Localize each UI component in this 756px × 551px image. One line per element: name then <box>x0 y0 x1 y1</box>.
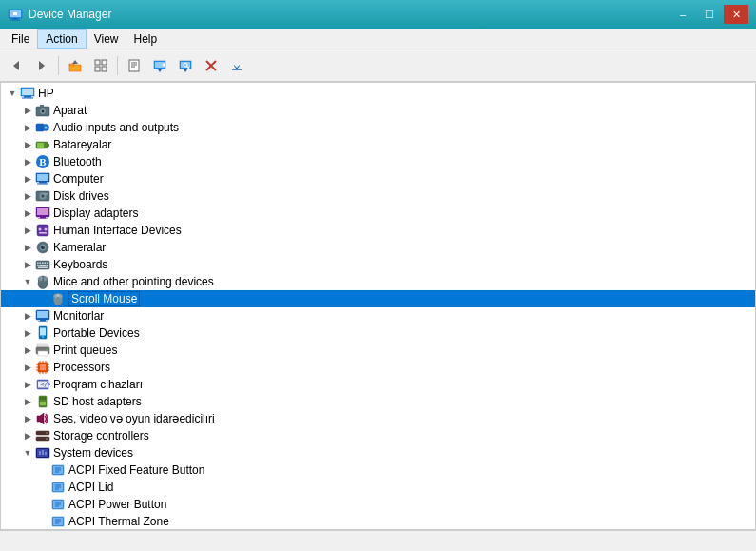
tree-item-sd[interactable]: ▶ SD host adapters <box>1 393 755 410</box>
tree-item-proqram[interactable]: ▶ </> Proqram cihazları <box>1 376 755 393</box>
toolbar-back[interactable] <box>4 53 29 78</box>
tree-item-aparat[interactable]: ▶ Aparat <box>1 102 755 119</box>
svg-marker-29 <box>234 61 240 69</box>
toolbar-scan[interactable] <box>173 53 198 78</box>
svg-rect-43 <box>48 144 49 147</box>
tree-item-sound[interactable]: ▶ Səs, video və oyun idarəedicilıri <box>1 410 755 427</box>
tree-item-storage[interactable]: ▶ Storage controllers <box>1 427 755 444</box>
svg-rect-56 <box>37 208 48 215</box>
toolbar-show[interactable] <box>88 53 113 78</box>
maximize-button[interactable]: ☐ <box>697 5 722 24</box>
svg-rect-8 <box>69 64 74 66</box>
tree-item-keyboard[interactable]: ▶ Keyboards <box>1 256 755 273</box>
tree-item-acpipower[interactable]: ACPI Power Button <box>1 496 755 513</box>
menu-view[interactable]: View <box>87 29 126 49</box>
expand-bluetooth[interactable]: ▶ <box>20 154 35 169</box>
toolbar-properties[interactable] <box>122 53 146 78</box>
title-bar: Device Manager – ☐ ✕ <box>0 0 756 29</box>
tree-item-printqueue[interactable]: ▶ Print queues <box>1 342 755 359</box>
toolbar-download[interactable] <box>224 53 249 78</box>
tree-item-disk[interactable]: ▶ Disk drives <box>1 187 755 205</box>
device-tree[interactable]: ▼ HP ▶ Aparat <box>0 82 756 530</box>
svg-point-53 <box>42 195 45 198</box>
battery-label: Batareyalar <box>53 138 111 151</box>
tree-item-display[interactable]: ▶ Display adapters <box>1 205 755 222</box>
expand-display[interactable]: ▶ <box>20 206 35 221</box>
svg-rect-50 <box>37 184 48 185</box>
expand-kamera[interactable]: ▶ <box>20 240 35 255</box>
expand-monitor[interactable]: ▶ <box>20 308 35 324</box>
tree-item-computer[interactable]: ▶ Computer <box>1 170 755 187</box>
expand-audio[interactable]: ▶ <box>20 120 35 135</box>
svg-rect-86 <box>57 294 60 297</box>
tree-item-scrollmouse[interactable]: Scroll Mouse <box>1 290 755 307</box>
expand-computer[interactable]: ▶ <box>20 171 35 187</box>
acpi-icon3 <box>50 497 66 512</box>
display-label: Display adapters <box>53 207 138 220</box>
svg-rect-72 <box>47 263 48 265</box>
tree-item-processor[interactable]: ▶ Proces <box>1 359 755 376</box>
expand-root[interactable]: ▼ <box>5 86 20 101</box>
toolbar-uninstall[interactable] <box>199 53 223 78</box>
svg-rect-4 <box>13 12 17 15</box>
toolbar-upfolder[interactable] <box>63 53 87 78</box>
svg-rect-13 <box>102 67 107 71</box>
tree-item-portable[interactable]: ▶ Portable Devices <box>1 325 755 342</box>
expand-keyboard[interactable]: ▶ <box>20 257 35 272</box>
expand-mice[interactable]: ▼ <box>20 274 35 289</box>
expand-printqueue[interactable]: ▶ <box>20 343 35 358</box>
kamera-label: Kameralar <box>53 241 106 254</box>
processor-label: Processors <box>53 361 110 374</box>
expand-system[interactable]: ▼ <box>20 445 35 461</box>
expand-proqram[interactable]: ▶ <box>20 377 35 392</box>
disk-label: Disk drives <box>53 189 109 203</box>
tree-item-kamera[interactable]: ▶ Kameralar <box>1 239 755 256</box>
svg-marker-9 <box>72 60 78 64</box>
expand-sound[interactable]: ▶ <box>20 411 35 426</box>
expand-sd[interactable]: ▶ <box>20 394 35 409</box>
toolbar-sep1 <box>58 56 59 75</box>
toolbar-forward[interactable] <box>29 53 54 78</box>
expand-hid[interactable]: ▶ <box>20 223 35 238</box>
tree-item-hid[interactable]: ▶ Human Interface Devices <box>1 222 755 239</box>
menu-file[interactable]: File <box>4 29 37 49</box>
tree-root[interactable]: ▼ HP <box>1 85 755 102</box>
system-icon <box>35 445 50 461</box>
expand-battery[interactable]: ▶ <box>20 137 35 152</box>
tree-item-acpilid[interactable]: ACPI Lid <box>1 479 755 496</box>
expand-storage[interactable]: ▶ <box>20 428 35 443</box>
svg-rect-3 <box>10 20 20 21</box>
sound-icon <box>35 411 50 426</box>
tree-item-acpithermal[interactable]: ACPI Thermal Zone <box>1 513 755 530</box>
svg-rect-34 <box>22 98 33 99</box>
tree-item-bluetooth[interactable]: ▶ B Bluetooth <box>1 153 755 170</box>
tree-item-audio[interactable]: ▶ Audio inputs and outputs <box>1 119 755 136</box>
toolbar-update[interactable] <box>147 53 172 78</box>
svg-point-124 <box>46 438 48 440</box>
tree-item-system[interactable]: ▼ System devices <box>1 444 755 462</box>
storage-icon <box>35 428 50 443</box>
menu-action[interactable]: Action <box>37 29 86 49</box>
expand-processor[interactable]: ▶ <box>20 360 35 375</box>
expand-aparat[interactable]: ▶ <box>20 103 35 118</box>
tree-item-acpifixed[interactable]: ACPI Fixed Feature Button <box>1 462 755 479</box>
sound-label: Səs, video və oyun idarəedicilıri <box>53 412 215 425</box>
svg-rect-128 <box>42 450 44 455</box>
minimize-button[interactable]: – <box>670 5 695 24</box>
menu-help[interactable]: Help <box>126 29 165 49</box>
tree-item-battery[interactable]: ▶ Batareyalar <box>1 136 755 153</box>
toolbar-sep2 <box>117 56 118 75</box>
tree-item-mice[interactable]: ▼ Mice and other pointing devices <box>1 273 755 290</box>
expand-disk[interactable]: ▶ <box>20 188 35 204</box>
svg-rect-14 <box>129 60 139 71</box>
svg-marker-5 <box>13 61 19 70</box>
close-button[interactable]: ✕ <box>724 5 748 24</box>
proqram-label: Proqram cihazları <box>53 378 143 391</box>
svg-rect-75 <box>47 265 48 266</box>
hid-icon <box>35 223 50 238</box>
tree-item-monitor[interactable]: ▶ Monitorlar <box>1 307 755 325</box>
svg-point-123 <box>46 432 48 434</box>
printer-icon <box>35 343 50 358</box>
svg-rect-74 <box>40 265 47 266</box>
expand-portable[interactable]: ▶ <box>20 325 35 341</box>
